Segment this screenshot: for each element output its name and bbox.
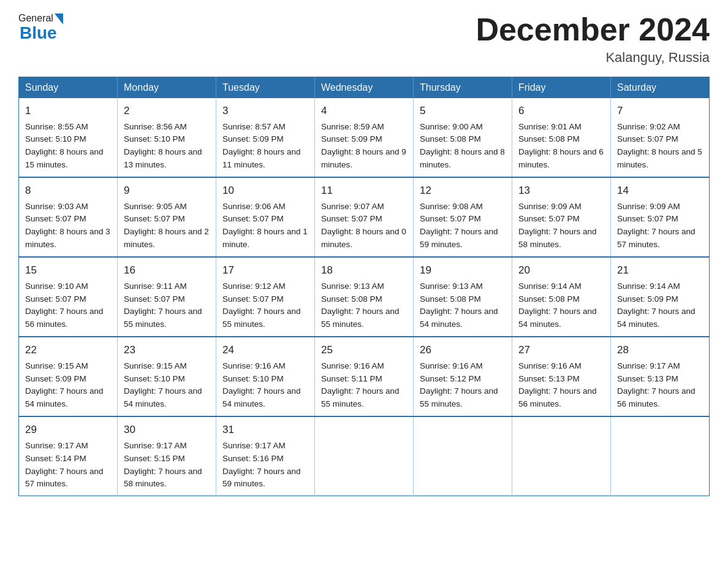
day-info: Sunrise: 9:06 AMSunset: 5:07 PMDaylight:… (222, 202, 308, 250)
calendar-day-cell: 23Sunrise: 9:15 AMSunset: 5:10 PMDayligh… (118, 337, 216, 416)
day-info: Sunrise: 9:17 AMSunset: 5:16 PMDaylight:… (222, 441, 301, 489)
day-info: Sunrise: 9:15 AMSunset: 5:10 PMDaylight:… (124, 361, 202, 409)
logo-general-text: General (18, 13, 53, 24)
calendar-day-cell: 26Sunrise: 9:16 AMSunset: 5:12 PMDayligh… (414, 337, 512, 416)
day-info: Sunrise: 9:08 AMSunset: 5:07 PMDaylight:… (420, 202, 498, 250)
day-number: 29 (25, 422, 111, 438)
calendar-day-cell: 30Sunrise: 9:17 AMSunset: 5:15 PMDayligh… (118, 416, 216, 496)
calendar-day-cell (611, 416, 710, 496)
calendar-day-cell: 29Sunrise: 9:17 AMSunset: 5:14 PMDayligh… (19, 416, 118, 496)
day-number: 20 (518, 262, 604, 278)
logo-blue-text: Blue (20, 23, 57, 43)
month-title: December 2024 (476, 12, 710, 47)
calendar-week-row: 29Sunrise: 9:17 AMSunset: 5:14 PMDayligh… (19, 416, 710, 496)
calendar-day-cell: 7Sunrise: 9:02 AMSunset: 5:07 PMDaylight… (611, 98, 710, 177)
day-number: 3 (222, 103, 308, 119)
calendar-day-cell: 2Sunrise: 8:56 AMSunset: 5:10 PMDaylight… (118, 98, 216, 177)
day-info: Sunrise: 9:00 AMSunset: 5:08 PMDaylight:… (420, 122, 505, 170)
calendar-body: 1Sunrise: 8:55 AMSunset: 5:10 PMDaylight… (19, 98, 710, 496)
day-info: Sunrise: 8:56 AMSunset: 5:10 PMDaylight:… (124, 122, 202, 170)
day-info: Sunrise: 9:17 AMSunset: 5:14 PMDaylight:… (25, 441, 104, 489)
day-info: Sunrise: 9:15 AMSunset: 5:09 PMDaylight:… (25, 361, 104, 409)
calendar-day-cell: 21Sunrise: 9:14 AMSunset: 5:09 PMDayligh… (611, 257, 710, 337)
day-info: Sunrise: 8:59 AMSunset: 5:09 PMDaylight:… (321, 122, 406, 170)
day-number: 28 (617, 342, 703, 358)
day-number: 8 (25, 183, 111, 199)
calendar-day-cell: 5Sunrise: 9:00 AMSunset: 5:08 PMDaylight… (414, 98, 512, 177)
day-info: Sunrise: 8:55 AMSunset: 5:10 PMDaylight:… (25, 122, 104, 170)
day-number: 15 (25, 262, 111, 278)
day-info: Sunrise: 9:12 AMSunset: 5:07 PMDaylight:… (222, 282, 301, 329)
day-number: 22 (25, 342, 111, 358)
day-of-week-header: Tuesday (216, 77, 315, 99)
calendar-day-cell: 28Sunrise: 9:17 AMSunset: 5:13 PMDayligh… (611, 337, 710, 416)
day-of-week-header: Friday (512, 77, 611, 99)
day-info: Sunrise: 9:09 AMSunset: 5:07 PMDaylight:… (518, 202, 597, 250)
day-number: 5 (420, 103, 506, 119)
day-info: Sunrise: 9:07 AMSunset: 5:07 PMDaylight:… (321, 202, 406, 250)
day-number: 21 (617, 262, 703, 278)
day-info: Sunrise: 9:10 AMSunset: 5:07 PMDaylight:… (25, 282, 104, 329)
calendar-day-cell: 15Sunrise: 9:10 AMSunset: 5:07 PMDayligh… (19, 257, 118, 337)
day-info: Sunrise: 9:14 AMSunset: 5:09 PMDaylight:… (617, 282, 696, 329)
day-number: 18 (321, 262, 407, 278)
day-number: 2 (124, 103, 210, 119)
calendar-day-cell: 6Sunrise: 9:01 AMSunset: 5:08 PMDaylight… (512, 98, 611, 177)
day-number: 19 (420, 262, 506, 278)
day-info: Sunrise: 9:16 AMSunset: 5:12 PMDaylight:… (420, 361, 498, 409)
day-info: Sunrise: 9:16 AMSunset: 5:10 PMDaylight:… (222, 361, 301, 409)
day-number: 11 (321, 183, 407, 199)
calendar-day-cell: 18Sunrise: 9:13 AMSunset: 5:08 PMDayligh… (315, 257, 414, 337)
day-info: Sunrise: 9:17 AMSunset: 5:13 PMDaylight:… (617, 361, 696, 409)
calendar-day-cell: 3Sunrise: 8:57 AMSunset: 5:09 PMDaylight… (216, 98, 315, 177)
calendar-week-row: 1Sunrise: 8:55 AMSunset: 5:10 PMDaylight… (19, 98, 710, 177)
day-number: 31 (222, 422, 308, 438)
calendar-day-cell: 25Sunrise: 9:16 AMSunset: 5:11 PMDayligh… (315, 337, 414, 416)
day-number: 17 (222, 262, 308, 278)
day-number: 30 (124, 422, 210, 438)
day-info: Sunrise: 9:17 AMSunset: 5:15 PMDaylight:… (124, 441, 202, 489)
calendar-day-cell: 24Sunrise: 9:16 AMSunset: 5:10 PMDayligh… (216, 337, 315, 416)
day-number: 27 (518, 342, 604, 358)
day-info: Sunrise: 8:57 AMSunset: 5:09 PMDaylight:… (222, 122, 301, 170)
day-number: 4 (321, 103, 407, 119)
calendar-day-cell: 16Sunrise: 9:11 AMSunset: 5:07 PMDayligh… (118, 257, 216, 337)
calendar-day-cell: 8Sunrise: 9:03 AMSunset: 5:07 PMDaylight… (19, 177, 118, 257)
day-number: 26 (420, 342, 506, 358)
calendar-day-cell: 12Sunrise: 9:08 AMSunset: 5:07 PMDayligh… (414, 177, 512, 257)
day-info: Sunrise: 9:16 AMSunset: 5:13 PMDaylight:… (518, 361, 597, 409)
day-number: 24 (222, 342, 308, 358)
day-number: 6 (518, 103, 604, 119)
day-of-week-header: Sunday (19, 77, 118, 99)
day-number: 1 (25, 103, 111, 119)
day-number: 14 (617, 183, 703, 199)
day-info: Sunrise: 9:11 AMSunset: 5:07 PMDaylight:… (124, 282, 202, 329)
calendar-day-cell: 19Sunrise: 9:13 AMSunset: 5:08 PMDayligh… (414, 257, 512, 337)
calendar-week-row: 22Sunrise: 9:15 AMSunset: 5:09 PMDayligh… (19, 337, 710, 416)
day-number: 12 (420, 183, 506, 199)
calendar-day-cell: 11Sunrise: 9:07 AMSunset: 5:07 PMDayligh… (315, 177, 414, 257)
day-info: Sunrise: 9:16 AMSunset: 5:11 PMDaylight:… (321, 361, 400, 409)
title-area: December 2024 Kalanguy, Russia (476, 12, 710, 66)
logo: General Blue (18, 12, 63, 43)
day-info: Sunrise: 9:01 AMSunset: 5:08 PMDaylight:… (518, 122, 604, 170)
day-info: Sunrise: 9:14 AMSunset: 5:08 PMDaylight:… (518, 282, 597, 329)
day-of-week-header: Wednesday (315, 77, 414, 99)
calendar-day-cell: 22Sunrise: 9:15 AMSunset: 5:09 PMDayligh… (19, 337, 118, 416)
day-number: 7 (617, 103, 703, 119)
day-number: 9 (124, 183, 210, 199)
day-info: Sunrise: 9:03 AMSunset: 5:07 PMDaylight:… (25, 202, 110, 250)
calendar-day-cell: 27Sunrise: 9:16 AMSunset: 5:13 PMDayligh… (512, 337, 611, 416)
calendar-day-cell (315, 416, 414, 496)
calendar-day-cell: 9Sunrise: 9:05 AMSunset: 5:07 PMDaylight… (118, 177, 216, 257)
calendar-day-cell: 20Sunrise: 9:14 AMSunset: 5:08 PMDayligh… (512, 257, 611, 337)
day-of-week-header: Saturday (611, 77, 710, 99)
calendar-day-cell: 10Sunrise: 9:06 AMSunset: 5:07 PMDayligh… (216, 177, 315, 257)
day-of-week-header: Monday (118, 77, 216, 99)
calendar-day-cell: 14Sunrise: 9:09 AMSunset: 5:07 PMDayligh… (611, 177, 710, 257)
day-info: Sunrise: 9:09 AMSunset: 5:07 PMDaylight:… (617, 202, 696, 250)
day-info: Sunrise: 9:13 AMSunset: 5:08 PMDaylight:… (321, 282, 400, 329)
calendar-table: SundayMondayTuesdayWednesdayThursdayFrid… (18, 77, 710, 496)
calendar-header: SundayMondayTuesdayWednesdayThursdayFrid… (19, 77, 710, 99)
day-info: Sunrise: 9:05 AMSunset: 5:07 PMDaylight:… (124, 202, 209, 250)
